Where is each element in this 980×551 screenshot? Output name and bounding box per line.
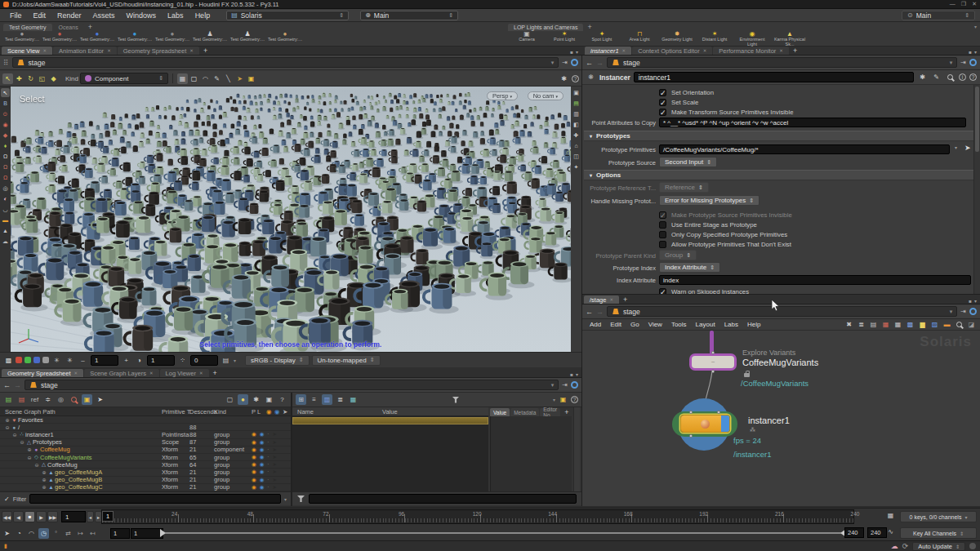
- menu-assets[interactable]: Assets: [88, 11, 120, 20]
- scene-graph-row-coffeemug[interactable]: ⊖△CoffeeMugXform64group◉◉·➤: [0, 461, 291, 469]
- keys-status-selector[interactable]: 0 keys, 0/0 channels▾: [900, 511, 977, 522]
- param-info-icon[interactable]: i: [959, 73, 966, 81]
- scale-handle-icon[interactable]: ◱: [37, 73, 47, 84]
- select-flag-icon[interactable]: ➤: [273, 454, 277, 460]
- shelf-tab-test-geometry[interactable]: Test Geometry: [3, 24, 52, 31]
- values-dropdown-icon[interactable]: ▾: [553, 397, 555, 402]
- gamma-icon[interactable]: ◑: [134, 355, 145, 366]
- shelf-tool-spot-light[interactable]: ✦Spot Light: [583, 31, 621, 47]
- node-name-field[interactable]: instancer1: [634, 72, 914, 82]
- checkbox-icon[interactable]: [659, 241, 666, 248]
- network-tree-list-icon[interactable]: ≣: [856, 319, 866, 330]
- draft-flag-icon[interactable]: ·: [267, 477, 269, 483]
- pane-tab-instancer1[interactable]: instancer1✕: [585, 47, 631, 55]
- menu-help[interactable]: Help: [190, 11, 216, 20]
- shelf-tool-test-geometry-3[interactable]: ●Test Geometry:...: [78, 31, 116, 47]
- select-flag-icon[interactable]: ➤: [273, 484, 277, 491]
- channel-wave-icon[interactable]: ∿: [885, 527, 896, 537]
- network-preview-icon[interactable]: ◪: [966, 319, 977, 330]
- node-variants-name[interactable]: CoffeeMugVariants: [742, 358, 818, 367]
- snap-grid-icon[interactable]: Ω: [1, 152, 10, 161]
- pane-grip-icon[interactable]: ⠿: [3, 59, 9, 67]
- col-scene-graph-path[interactable]: Scene Graph Path: [5, 408, 56, 415]
- prototypes-section-header[interactable]: ▾ Prototypes: [584, 131, 976, 141]
- filter-check-icon[interactable]: ✓: [4, 495, 10, 503]
- message-log-icon[interactable]: ▮: [4, 543, 7, 549]
- check-set-orientation[interactable]: Set Orientation: [659, 87, 794, 97]
- expander-icon[interactable]: ⊖: [4, 424, 11, 430]
- network-menu-view[interactable]: View: [644, 320, 666, 329]
- pose-handle-icon[interactable]: ◆: [48, 73, 59, 84]
- frame-dec-icon[interactable]: ◂: [87, 511, 94, 522]
- visible-flag-icon[interactable]: ◉: [260, 439, 265, 446]
- back-icon[interactable]: ←: [3, 381, 11, 389]
- half-strip-icon[interactable]: ◧: [572, 120, 581, 129]
- param-brush-icon[interactable]: ✎: [931, 72, 942, 82]
- add-tab-button[interactable]: +: [210, 369, 220, 377]
- parent-kind-selector[interactable]: Group⇕: [659, 250, 697, 260]
- filter-dropdown-icon[interactable]: ▾: [284, 496, 287, 502]
- scene-graph-row-geo-coffeemugb[interactable]: ⊕▲geo_CoffeeMugBXform21group◉◉·➤: [0, 477, 291, 484]
- network-shape-palette-icon[interactable]: ▬: [942, 319, 952, 330]
- sg-select-cursor-icon[interactable]: ➤: [95, 394, 105, 405]
- pane-menu-icon[interactable]: ▾: [974, 298, 977, 304]
- check-only-copy-specified-prototype-primitives[interactable]: Only Copy Specified Prototype Primitives: [659, 229, 792, 239]
- cloud-tool-icon[interactable]: ☁: [1, 237, 10, 246]
- network-menu-layout[interactable]: Layout: [692, 320, 719, 329]
- red-channel-icon[interactable]: [16, 357, 22, 363]
- persp-view-button[interactable]: Persp▾: [487, 91, 518, 100]
- pane-tab-scene-graph-layers[interactable]: Scene Graph Layers✕: [84, 369, 158, 377]
- path-dropdown-icon[interactable]: ▾: [950, 60, 953, 66]
- lut-icon[interactable]: ▤: [220, 355, 231, 366]
- colorspace-selector[interactable]: sRGB - Display⇕: [245, 355, 310, 366]
- menu-edit[interactable]: Edit: [29, 11, 51, 20]
- close-window-icon[interactable]: ✕: [972, 1, 977, 7]
- checkbox-icon[interactable]: [659, 231, 666, 238]
- network-find-icon[interactable]: [954, 319, 964, 330]
- range-in-icon[interactable]: ↦: [75, 528, 86, 539]
- up-tool-icon[interactable]: ▲: [1, 226, 10, 235]
- draft-flag-icon[interactable]: ·: [267, 484, 269, 491]
- shelf-tool-test-geometry-5[interactable]: ●Test Geometry:...: [154, 31, 191, 47]
- check-allow-prototype-primitives-that-don-t-exist[interactable]: Allow Prototype Primitives That Don't Ex…: [659, 239, 792, 249]
- network-menu-go[interactable]: Go: [626, 320, 644, 329]
- expander-icon[interactable]: ⊕: [41, 477, 47, 482]
- shelf-tool-geometry-light[interactable]: ✸Geometry Light: [658, 31, 696, 47]
- checkbox-icon[interactable]: [659, 109, 666, 116]
- cross-strip-icon[interactable]: ✚: [572, 131, 581, 140]
- node-output-segment[interactable]: [721, 415, 729, 432]
- shelf-tool-test-geometry-2[interactable]: ●Test Geometry:...: [41, 31, 78, 47]
- visible-flag-icon[interactable]: ◉: [260, 477, 265, 483]
- key-all-channels-button[interactable]: Key All Channels⇕: [900, 527, 977, 539]
- sg-marquee-icon[interactable]: ▢: [225, 394, 235, 405]
- shelf-tool-test-geometry-7[interactable]: ♟Test Geometry:...: [229, 31, 266, 47]
- input-connector-2[interactable]: [717, 411, 720, 414]
- network-menu-labs[interactable]: Labs: [720, 320, 742, 329]
- forward-icon[interactable]: →: [14, 381, 21, 389]
- pane-tab-context-options-editor[interactable]: Context Options Editor✕: [632, 47, 712, 55]
- handle-missing-selector[interactable]: Error for Missing Prototypes⇕: [659, 195, 760, 206]
- pane-maximize-icon[interactable]: ■: [969, 299, 972, 304]
- brightness-low-icon[interactable]: ✳: [51, 355, 62, 366]
- select-flag-icon[interactable]: ➤: [273, 461, 277, 468]
- scene-graph-row-coffeemugvariants[interactable]: ⊖◇CoffeeMugVariantsXform65group◉◉·➤: [0, 454, 291, 461]
- shelf-tool-test-geometry-6[interactable]: ♟Test Geometry:...: [191, 31, 229, 47]
- output-connector[interactable]: [689, 434, 693, 438]
- active-flag-icon[interactable]: ◉: [252, 439, 256, 446]
- sg-remove-layer-icon[interactable]: ▤: [16, 394, 27, 405]
- link-target-icon[interactable]: [571, 59, 578, 66]
- checkbox-icon[interactable]: [659, 211, 666, 219]
- sg-add-layer-icon[interactable]: ▤: [3, 394, 14, 405]
- network-path-field[interactable]: stage ▾: [607, 306, 957, 317]
- viewport-gear-icon[interactable]: ✱: [559, 73, 569, 84]
- snap-point-icon[interactable]: Ω: [1, 173, 10, 182]
- col-name[interactable]: Name: [297, 408, 314, 415]
- step-back-button[interactable]: ◀: [13, 511, 24, 522]
- add-tab-button[interactable]: +: [200, 47, 211, 55]
- visible-flag-icon[interactable]: ◉: [260, 431, 265, 438]
- network-menu-tools[interactable]: Tools: [667, 320, 691, 329]
- back-icon[interactable]: ←: [586, 308, 593, 316]
- close-tab-icon[interactable]: ✕: [189, 48, 194, 53]
- pin-pane-icon[interactable]: ⇥: [562, 59, 568, 66]
- input-connector-1[interactable]: [689, 411, 693, 414]
